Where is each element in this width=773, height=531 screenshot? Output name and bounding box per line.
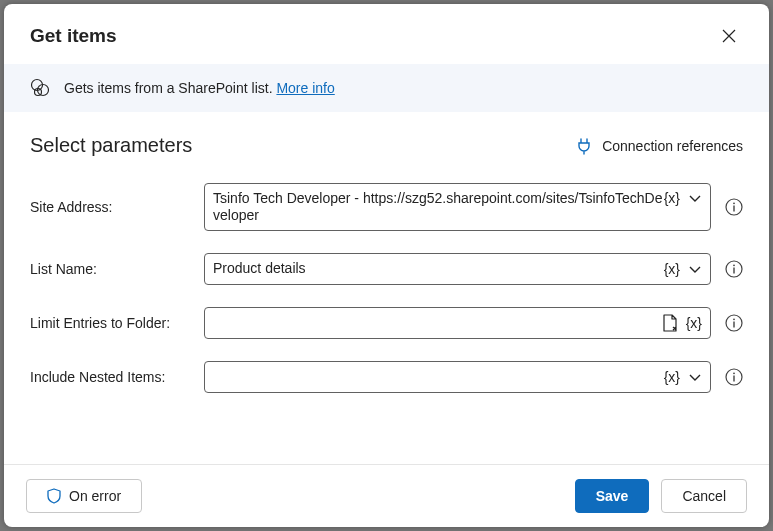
params-heading-row: Select parameters Connection references [30, 134, 743, 157]
list-name-field[interactable]: Product details {x} [204, 253, 711, 285]
chevron-down-icon[interactable] [688, 191, 702, 205]
param-label: Limit Entries to Folder: [30, 315, 190, 331]
svg-point-10 [733, 318, 735, 320]
svg-rect-14 [733, 375, 734, 381]
limit-folder-field[interactable]: {x} [204, 307, 711, 339]
plug-icon [576, 137, 592, 155]
param-row-limit-folder: Limit Entries to Folder: {x} [30, 307, 743, 339]
close-icon [722, 29, 736, 43]
svg-point-7 [733, 264, 735, 266]
close-button[interactable] [715, 22, 743, 50]
info-icon[interactable] [725, 368, 743, 386]
shield-icon [47, 488, 61, 504]
list-name-value: Product details [213, 260, 664, 277]
dialog-body: Select parameters Connection references … [4, 112, 769, 464]
sharepoint-icon [30, 78, 50, 98]
info-icon[interactable] [725, 260, 743, 278]
info-icon[interactable] [725, 198, 743, 216]
dialog-title: Get items [30, 25, 117, 47]
svg-rect-8 [733, 267, 734, 273]
param-row-list-name: List Name: Product details {x} [30, 253, 743, 285]
svg-rect-11 [733, 321, 734, 327]
file-picker-icon[interactable] [662, 314, 678, 332]
dynamic-content-button[interactable]: {x} [664, 369, 680, 385]
chevron-down-icon[interactable] [688, 262, 702, 276]
param-row-site-address: Site Address: Tsinfo Tech Developer - ht… [30, 183, 743, 231]
info-icon[interactable] [725, 314, 743, 332]
info-bar: Gets items from a SharePoint list. More … [4, 64, 769, 112]
dynamic-content-button[interactable]: {x} [664, 190, 680, 206]
params-heading: Select parameters [30, 134, 192, 157]
chevron-down-icon[interactable] [688, 370, 702, 384]
save-label: Save [596, 488, 629, 504]
param-row-nested-items: Include Nested Items: {x} [30, 361, 743, 393]
param-label: List Name: [30, 261, 190, 277]
param-label: Include Nested Items: [30, 369, 190, 385]
dynamic-content-button[interactable]: {x} [686, 315, 702, 331]
cancel-label: Cancel [682, 488, 726, 504]
svg-point-13 [733, 372, 735, 374]
svg-point-4 [733, 202, 735, 204]
site-address-value: Tsinfo Tech Developer - https://szg52.sh… [213, 190, 664, 224]
more-info-link[interactable]: More info [276, 80, 334, 96]
dialog-get-items: Get items Gets items from a SharePoint l… [4, 4, 769, 527]
param-label: Site Address: [30, 199, 190, 215]
save-button[interactable]: Save [575, 479, 650, 513]
info-text: Gets items from a SharePoint list. [64, 80, 273, 96]
connection-references-label: Connection references [602, 138, 743, 154]
dialog-footer: On error Save Cancel [4, 464, 769, 527]
dialog-header: Get items [4, 4, 769, 64]
info-description: Gets items from a SharePoint list. More … [64, 80, 335, 96]
site-address-field[interactable]: Tsinfo Tech Developer - https://szg52.sh… [204, 183, 711, 231]
svg-rect-5 [733, 205, 734, 211]
cancel-button[interactable]: Cancel [661, 479, 747, 513]
on-error-button[interactable]: On error [26, 479, 142, 513]
dynamic-content-button[interactable]: {x} [664, 261, 680, 277]
nested-items-field[interactable]: {x} [204, 361, 711, 393]
on-error-label: On error [69, 488, 121, 504]
connection-references[interactable]: Connection references [576, 137, 743, 155]
